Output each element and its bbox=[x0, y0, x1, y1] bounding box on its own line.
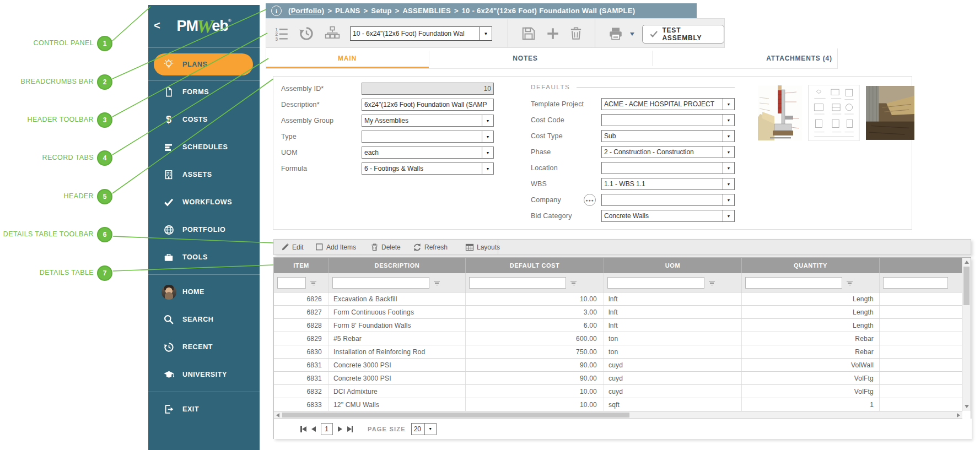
cost-code-select[interactable]: ▼ bbox=[601, 114, 735, 126]
first-page-button[interactable] bbox=[300, 426, 306, 432]
company-select[interactable]: ▼ bbox=[601, 194, 735, 206]
sidebar-item-costs[interactable]: $ COSTS bbox=[148, 106, 260, 133]
filter-icon[interactable] bbox=[570, 280, 577, 286]
table-row[interactable]: 6831 Concrete 3000 PSI 90.00 cuyd VolWal… bbox=[274, 359, 962, 372]
location-select[interactable]: ▼ bbox=[601, 162, 735, 174]
filter-icon[interactable] bbox=[434, 280, 440, 286]
breadcrumb-portfolio[interactable]: (Portfolio) bbox=[288, 7, 324, 15]
sidebar-item-tools[interactable]: TOOLS bbox=[148, 243, 260, 271]
save-icon[interactable] bbox=[521, 26, 536, 44]
info-icon[interactable]: i bbox=[271, 6, 282, 16]
phase-select[interactable]: 2 - Construction - Construction ▼ bbox=[601, 146, 735, 158]
sidebar-item-recent[interactable]: RECENT bbox=[148, 333, 260, 361]
chevron-down-icon[interactable]: ▼ bbox=[723, 147, 734, 158]
uom-select[interactable]: each ▼ bbox=[362, 147, 494, 159]
template-project-select[interactable]: ACME - ACME HOSPITAL PROJECT ▼ bbox=[601, 98, 735, 110]
table-row[interactable]: 6830 Installation of Reinforcing Rod 750… bbox=[274, 345, 962, 359]
scroll-left-icon[interactable] bbox=[276, 413, 279, 418]
filter-input-extra[interactable] bbox=[883, 277, 948, 289]
column-header-description[interactable]: DESCRIPTION bbox=[329, 258, 466, 273]
chevron-down-icon[interactable]: ▼ bbox=[482, 115, 493, 126]
record-select[interactable]: 10 - 6x24"(12x6 Foot) Foundation Wal ▼ bbox=[350, 26, 492, 41]
sidebar-item-exit[interactable]: EXIT bbox=[148, 395, 260, 423]
bid-category-select[interactable]: Concrete Walls ▼ bbox=[601, 210, 735, 222]
vertical-scroll-thumb[interactable] bbox=[963, 267, 970, 305]
company-lookup-ellipsis-button[interactable]: ●●● bbox=[584, 194, 596, 206]
delete-record-icon[interactable] bbox=[568, 26, 584, 44]
chevron-down-icon[interactable]: ▼ bbox=[723, 115, 734, 126]
chevron-down-icon[interactable]: ▼ bbox=[723, 162, 734, 174]
collapse-sidebar-icon[interactable]: < bbox=[154, 19, 160, 32]
chevron-down-icon[interactable]: ▼ bbox=[482, 131, 493, 142]
breadcrumb-assemblies[interactable]: ASSEMBLIES bbox=[402, 7, 451, 15]
add-items-button[interactable]: Add Items bbox=[315, 240, 356, 254]
chevron-down-icon[interactable]: ▼ bbox=[723, 194, 734, 205]
filter-input-quantity[interactable] bbox=[745, 277, 842, 289]
filter-icon[interactable] bbox=[310, 280, 316, 286]
filter-input-default-cost[interactable] bbox=[469, 277, 566, 289]
filter-input-item[interactable] bbox=[277, 277, 306, 289]
filter-input-description[interactable] bbox=[332, 277, 429, 289]
foundation-detail-diagram-thumbnail[interactable] bbox=[758, 85, 802, 141]
vertical-scrollbar[interactable] bbox=[962, 258, 971, 411]
filter-input-uom[interactable] bbox=[607, 277, 704, 289]
table-row[interactable]: 6833 12" CMU Walls 10.00 sqft 1 bbox=[274, 398, 962, 411]
chevron-down-icon[interactable]: ▼ bbox=[480, 27, 492, 40]
breadcrumb-setup[interactable]: Setup bbox=[371, 7, 392, 15]
tab-main[interactable]: MAIN bbox=[338, 55, 357, 62]
sidebar-item-portfolio[interactable]: PORTFOLIO bbox=[148, 216, 260, 243]
breadcrumb-plans[interactable]: PLANS bbox=[335, 7, 360, 15]
chevron-down-icon[interactable]: ▼ bbox=[723, 178, 734, 189]
chevron-down-icon[interactable]: ▼ bbox=[424, 424, 436, 435]
table-row[interactable]: 6831 Concrete 3000 PSI 90.00 cuyd VolFtg bbox=[274, 372, 962, 385]
table-row[interactable]: 6829 #5 Rebar 600.00 ton Rebar bbox=[274, 332, 962, 345]
horizontal-scrollbar[interactable] bbox=[274, 411, 962, 419]
filter-icon[interactable] bbox=[709, 280, 715, 286]
history-icon[interactable] bbox=[298, 25, 315, 44]
next-page-button[interactable] bbox=[338, 426, 342, 432]
delete-button[interactable]: Delete bbox=[370, 240, 401, 254]
wbs-select[interactable]: 1.1 - WBS 1.1 ▼ bbox=[601, 178, 735, 190]
layouts-button[interactable]: Layouts bbox=[465, 240, 500, 254]
type-select[interactable]: ▼ bbox=[362, 131, 494, 143]
sidebar-item-plans[interactable]: PLANS bbox=[154, 53, 253, 75]
print-options-caret-icon[interactable] bbox=[630, 32, 634, 36]
sidebar-item-forms[interactable]: FORMS bbox=[148, 78, 260, 106]
column-header-uom[interactable]: UOM bbox=[604, 258, 742, 273]
column-header-item[interactable]: ITEM bbox=[274, 258, 329, 273]
sidebar-item-schedules[interactable]: SCHEDULES bbox=[148, 133, 260, 161]
filter-icon[interactable] bbox=[847, 280, 853, 286]
table-row[interactable]: 6827 Form Continuous Footings 3.00 lnft … bbox=[274, 306, 962, 319]
chevron-down-icon[interactable]: ▼ bbox=[723, 99, 734, 110]
excavation-photo-thumbnail[interactable] bbox=[866, 85, 914, 141]
chevron-down-icon[interactable]: ▼ bbox=[482, 147, 493, 158]
chevron-down-icon[interactable]: ▼ bbox=[723, 210, 734, 221]
hierarchy-icon[interactable] bbox=[325, 26, 340, 44]
chevron-down-icon[interactable]: ▼ bbox=[723, 131, 734, 142]
sidebar-item-search[interactable]: SEARCH bbox=[148, 306, 260, 333]
sidebar-item-home[interactable]: HOME bbox=[148, 278, 260, 306]
add-record-icon[interactable] bbox=[545, 26, 561, 44]
previous-page-button[interactable] bbox=[311, 426, 316, 432]
scroll-up-icon[interactable] bbox=[965, 261, 969, 264]
chevron-down-icon[interactable]: ▼ bbox=[482, 163, 493, 174]
print-icon[interactable] bbox=[608, 26, 623, 44]
scroll-down-icon[interactable] bbox=[965, 405, 969, 408]
sidebar-item-university[interactable]: UNIVERSITY bbox=[148, 361, 260, 388]
page-size-select[interactable]: 20 ▼ bbox=[411, 423, 437, 435]
edit-button[interactable]: Edit bbox=[281, 240, 304, 254]
foundation-drawing-sheet-thumbnail[interactable] bbox=[806, 85, 861, 141]
test-assembly-button[interactable]: TEST ASSEMBLY bbox=[642, 25, 724, 44]
refresh-button[interactable]: Refresh bbox=[413, 240, 448, 254]
formula-select[interactable]: 6 - Footings & Walls ▼ bbox=[362, 162, 494, 175]
last-page-button[interactable] bbox=[347, 426, 353, 432]
assembly-group-select[interactable]: My Assemblies ▼ bbox=[362, 115, 494, 127]
column-header-quantity[interactable]: QUANTITY bbox=[742, 258, 880, 273]
description-field[interactable] bbox=[362, 99, 494, 111]
sidebar-item-assets[interactable]: ASSETS bbox=[148, 161, 260, 188]
column-header-default-cost[interactable]: DEFAULT COST bbox=[466, 258, 604, 273]
table-row[interactable]: 6832 DCI Admixture 10.00 cuyd VolFtg bbox=[274, 385, 962, 398]
table-row[interactable]: 6826 Excavation & Backfill 10.00 lnft Le… bbox=[274, 292, 962, 306]
table-row[interactable]: 6828 Form 8' Foundation Walls 6.00 lnft … bbox=[274, 319, 962, 332]
tab-notes[interactable]: NOTES bbox=[513, 55, 537, 62]
